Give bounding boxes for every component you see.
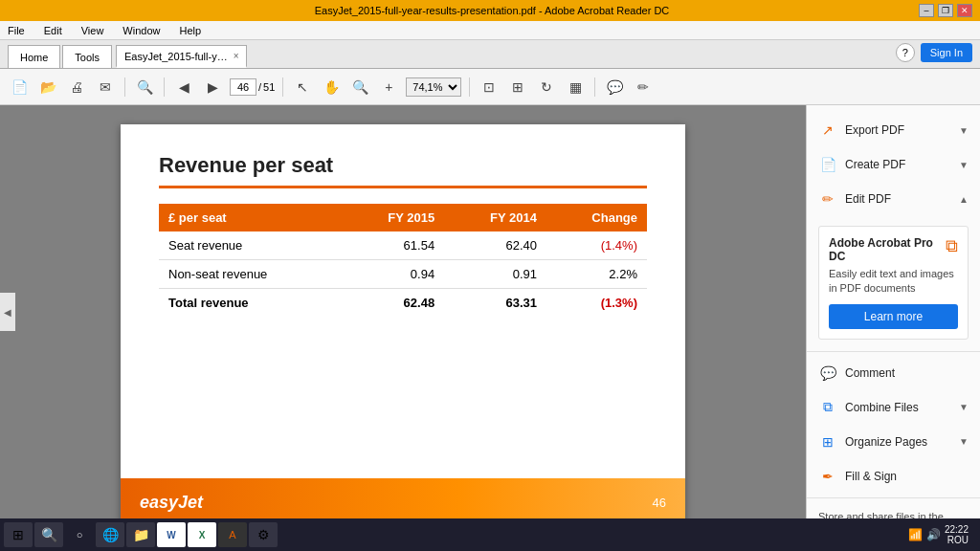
create-pdf-icon: 📄 — [818, 155, 837, 174]
taskbar-start-button[interactable]: ⊞ — [4, 522, 33, 547]
forms-icon[interactable]: ▦ — [564, 76, 587, 99]
restore-button[interactable]: ❐ — [938, 4, 953, 17]
zoom-in-icon[interactable]: + — [377, 76, 400, 99]
rotate-icon[interactable]: ↻ — [535, 76, 558, 99]
close-button[interactable]: ✕ — [957, 4, 972, 17]
toolbar-sep-2 — [164, 77, 165, 97]
taskbar-cortana-button[interactable]: ○ — [65, 522, 94, 547]
email-icon[interactable]: ✉ — [94, 76, 117, 99]
promo-copy-icon[interactable]: ⧉ — [946, 236, 958, 256]
tab-home[interactable]: Home — [8, 45, 60, 68]
promo-description: Easily edit text and images in PDF docum… — [829, 267, 958, 297]
panel-item-create-pdf[interactable]: 📄 Create PDF ▼ — [807, 147, 980, 182]
taskbar-explorer-button[interactable]: 📁 — [126, 522, 155, 547]
open-file-icon[interactable]: 📂 — [36, 76, 59, 99]
menu-edit[interactable]: Edit — [40, 23, 66, 38]
taskbar-search-button[interactable]: 🔍 — [34, 522, 63, 547]
cursor-tool-icon[interactable]: ↖ — [291, 76, 314, 99]
promo-title: Adobe Acrobat Pro DC — [829, 236, 946, 263]
comment-label: Comment — [845, 366, 969, 380]
panel-item-combine-files[interactable]: ⧉ Combine Files ▼ — [807, 390, 980, 425]
page-nav: 46 / 51 — [230, 78, 275, 96]
panel-item-organize-pages[interactable]: ⊞ Organize Pages ▼ — [807, 425, 980, 459]
search-icon[interactable]: 🔍 — [133, 76, 156, 99]
panel-footer-text: Store and share files in the Document Cl… — [818, 510, 969, 518]
taskbar-ie-button[interactable]: 🌐 — [96, 522, 124, 547]
tab-document-label: EasyJet_2015-full-y… — [124, 51, 228, 62]
edit-pdf-icon: ✏ — [818, 189, 837, 209]
table-cell: 2.2% — [546, 260, 647, 289]
menu-bar: File Edit View Window Help — [0, 21, 980, 40]
tab-bar: Home Tools EasyJet_2015-full-y… × ? Sign… — [0, 40, 980, 69]
new-file-icon[interactable]: 📄 — [8, 76, 31, 99]
left-scroll-arrow[interactable]: ◀ — [0, 293, 15, 331]
tab-close-button[interactable]: × — [234, 51, 239, 61]
organize-pages-icon: ⊞ — [818, 432, 837, 452]
prev-page-icon[interactable]: ◀ — [172, 76, 195, 99]
table-header-row: £ per seat FY 2015 FY 2014 Change — [159, 204, 647, 231]
panel-item-comment[interactable]: 💬 Comment — [807, 356, 980, 390]
toolbar-sep-1 — [124, 77, 125, 97]
panel-item-fill-sign[interactable]: ✒ Fill & Sign — [807, 459, 980, 494]
panel-item-edit-pdf[interactable]: ✏ Edit PDF ▲ — [807, 182, 980, 216]
tab-document[interactable]: EasyJet_2015-full-y… × — [116, 45, 247, 68]
table-cell: 63.31 — [444, 289, 546, 318]
window-title: EasyJet_2015-full-year-results-presentat… — [65, 5, 919, 16]
combine-files-icon: ⧉ — [818, 398, 837, 417]
zoom-select[interactable]: 74,1% — [406, 77, 461, 97]
taskbar-word-button[interactable]: W — [157, 522, 186, 547]
table-cell: 62.48 — [342, 289, 444, 318]
right-panel: ↗ Export PDF ▼ 📄 Create PDF ▼ ✏ Edit PDF… — [806, 105, 980, 518]
revenue-table: £ per seat FY 2015 FY 2014 Change Seat r… — [159, 204, 647, 317]
hand-tool-icon[interactable]: ✋ — [320, 76, 343, 99]
zoom-out-icon[interactable]: 🔍 — [348, 76, 371, 99]
fit-width-icon[interactable]: ⊞ — [506, 76, 529, 99]
minimize-button[interactable]: – — [919, 4, 934, 17]
pdf-page-title: Revenue per seat — [159, 153, 647, 178]
tray-sound-icon: 🔊 — [926, 528, 941, 541]
print-icon[interactable]: 🖨 — [65, 76, 88, 99]
clock-locale: ROU — [945, 535, 969, 545]
table-cell: 62.40 — [444, 231, 546, 260]
organize-pages-label: Organize Pages — [845, 435, 951, 449]
tray-network-icon: 📶 — [908, 528, 923, 541]
menu-window[interactable]: Window — [119, 23, 164, 38]
edit-pdf-chevron: ▲ — [959, 194, 969, 205]
toolbar: 📄 📂 🖨 ✉ 🔍 ◀ ▶ 46 / 51 ↖ ✋ 🔍 + 74,1% ⊡ ⊞ … — [0, 69, 980, 105]
taskbar: ⊞ 🔍 ○ 🌐 📁 W X A ⚙ 📶 🔊 22:22 ROU — [0, 518, 980, 551]
footer-page-number: 46 — [653, 496, 666, 510]
right-panel-scroll[interactable]: ↗ Export PDF ▼ 📄 Create PDF ▼ ✏ Edit PDF… — [807, 105, 980, 518]
menu-view[interactable]: View — [78, 23, 108, 38]
taskbar-acrobat-button[interactable]: A — [218, 522, 247, 547]
create-pdf-label: Create PDF — [845, 158, 951, 171]
help-button[interactable]: ? — [896, 43, 915, 62]
comment-icon[interactable]: 💬 — [603, 76, 626, 99]
menu-help[interactable]: Help — [175, 23, 205, 38]
taskbar-extra-button[interactable]: ⚙ — [249, 522, 278, 547]
taskbar-excel-button[interactable]: X — [188, 522, 216, 547]
main-area: ◀ Revenue per seat £ per seat FY 2015 FY… — [0, 105, 980, 518]
tab-tools[interactable]: Tools — [62, 45, 112, 68]
draw-icon[interactable]: ✏ — [632, 76, 655, 99]
toolbar-sep-3 — [282, 77, 283, 97]
create-pdf-chevron: ▼ — [959, 160, 969, 170]
export-pdf-icon: ↗ — [818, 121, 837, 140]
page-input[interactable]: 46 — [230, 78, 256, 96]
next-page-icon[interactable]: ▶ — [201, 76, 224, 99]
signin-button[interactable]: Sign In — [921, 43, 972, 62]
easyjet-logo: easyJet — [140, 493, 203, 513]
table-cell: 0.91 — [444, 260, 546, 289]
learn-more-button[interactable]: Learn more — [829, 304, 958, 329]
window-controls[interactable]: – ❐ ✕ — [919, 4, 972, 17]
panel-item-export-pdf[interactable]: ↗ Export PDF ▼ — [807, 113, 980, 147]
taskbar-tray: 📶 🔊 22:22 ROU — [908, 524, 976, 545]
fit-page-icon[interactable]: ⊡ — [478, 76, 501, 99]
fill-sign-label: Fill & Sign — [845, 470, 969, 483]
table-cell: 61.54 — [342, 231, 444, 260]
col-header-change: Change — [546, 204, 647, 231]
toolbar-sep-5 — [594, 77, 595, 97]
pdf-viewer[interactable]: ◀ Revenue per seat £ per seat FY 2015 FY… — [0, 105, 806, 518]
toolbar-sep-4 — [469, 77, 470, 97]
menu-file[interactable]: File — [4, 23, 29, 38]
table-row: Seat revenue61.5462.40(1.4%) — [159, 231, 647, 260]
